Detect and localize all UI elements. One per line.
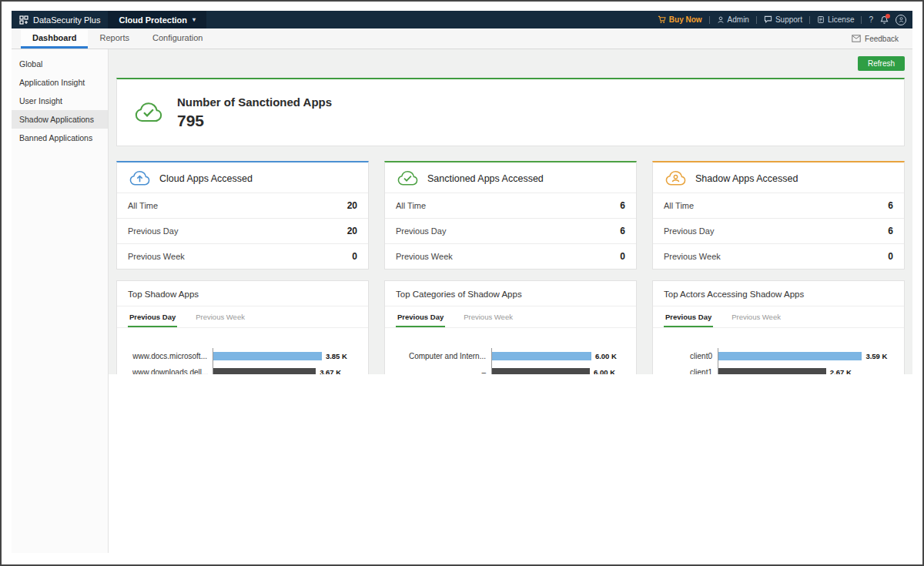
- module-name: Cloud Protection: [119, 15, 187, 25]
- bar-chart: Shadow Apps www.docs.microsoft... 3.85 K: [117, 328, 368, 374]
- stat-row-previous-week: Previous Week 0: [385, 243, 636, 269]
- stat-card-title: Shadow Apps Accessed: [695, 173, 798, 184]
- stat-value: 6: [620, 200, 625, 211]
- bar-track: 2.67 K: [718, 364, 898, 374]
- separator: [756, 16, 757, 24]
- y-axis-label: Category: [390, 337, 400, 374]
- bar-chart: Actors client0 3.59 K: [653, 328, 904, 374]
- separator: [861, 16, 862, 24]
- sidebar-item-application-insight[interactable]: Application Insight: [12, 73, 108, 92]
- chat-icon: [764, 15, 772, 24]
- bar-value-label: 2.67 K: [830, 368, 852, 374]
- bar[interactable]: [213, 352, 322, 360]
- bar[interactable]: [718, 368, 826, 374]
- chart-tab-previous-day[interactable]: Previous Day: [664, 306, 713, 327]
- notifications-icon[interactable]: [880, 15, 889, 25]
- chart-title: Top Categories of Shadow Apps: [385, 281, 636, 306]
- tab-reports[interactable]: Reports: [88, 28, 141, 49]
- sidebar-item-shadow-applications[interactable]: Shadow Applications: [12, 110, 108, 129]
- bar-category-label: client0: [668, 352, 718, 360]
- y-axis-label: Actors: [658, 337, 668, 374]
- stat-card-header: Sanctioned Apps Accessed: [385, 162, 636, 193]
- bar-value-label: 3.59 K: [865, 352, 887, 360]
- cloud-upload-icon: [128, 169, 152, 187]
- y-axis-label: Shadow Apps: [122, 337, 132, 374]
- stat-cards-row: Cloud Apps Accessed All Time 20 Previous…: [116, 161, 905, 270]
- stat-value: 0: [888, 251, 893, 262]
- sanctioned-apps-summary-card: Number of Sanctioned Apps 795: [116, 78, 905, 146]
- stat-row-previous-day: Previous Day 6: [653, 218, 904, 243]
- chart-tab-bar: Previous Day Previous Week: [385, 306, 636, 328]
- bar[interactable]: [492, 368, 590, 374]
- bar[interactable]: [213, 368, 316, 374]
- cloud-apps-accessed-card: Cloud Apps Accessed All Time 20 Previous…: [116, 161, 369, 270]
- stat-value: 0: [352, 251, 357, 262]
- person-icon: [717, 15, 725, 24]
- shadow-apps-accessed-card: Shadow Apps Accessed All Time 6 Previous…: [652, 161, 905, 270]
- brand: DataSecurity Plus: [12, 11, 108, 28]
- user-avatar[interactable]: [896, 15, 906, 25]
- stat-row-previous-week: Previous Week 0: [653, 243, 904, 269]
- page-body: Global Application Insight User Insight …: [12, 49, 912, 553]
- feedback-button[interactable]: Feedback: [838, 28, 912, 49]
- bar-row: www.docs.microsoft... 3.85 K: [132, 348, 362, 364]
- chart-tab-previous-week[interactable]: Previous Week: [462, 306, 514, 327]
- top-navigation-bar: DataSecurity Plus Cloud Protection ▾ Buy…: [12, 11, 912, 28]
- bar-track: 3.59 K: [718, 348, 898, 364]
- bar-row: client1 2.67 K: [668, 364, 898, 374]
- separator: [809, 16, 810, 24]
- stat-row-previous-day: Previous Day 20: [117, 218, 368, 243]
- bar[interactable]: [492, 352, 591, 360]
- bar-category-label: www.docs.microsoft...: [132, 352, 213, 360]
- chevron-down-icon: ▾: [192, 16, 196, 23]
- bar-row: Computer and Intern... 6.00 K: [400, 348, 630, 364]
- summary-title: Number of Sanctioned Apps: [177, 95, 332, 109]
- bar-track: 3.67 K: [213, 364, 362, 374]
- buy-now-link[interactable]: Buy Now: [658, 15, 702, 24]
- bar-row: www.downloads.dell... 3.67 K: [132, 364, 362, 374]
- sidebar-item-global[interactable]: Global: [12, 55, 108, 73]
- support-link[interactable]: Support: [764, 15, 802, 24]
- stat-row-previous-week: Previous Week 0: [117, 243, 368, 269]
- sanctioned-apps-accessed-card: Sanctioned Apps Accessed All Time 6 Prev…: [384, 161, 637, 270]
- chart-tab-previous-day[interactable]: Previous Day: [396, 306, 445, 327]
- module-selector[interactable]: Cloud Protection ▾: [108, 11, 206, 28]
- top-shadow-apps-chart-card: Top Shadow Apps Previous Day Previous We…: [116, 280, 369, 374]
- stat-value: 6: [888, 200, 893, 211]
- chart-tab-previous-week[interactable]: Previous Week: [194, 306, 246, 327]
- license-icon: [817, 15, 825, 24]
- sidebar-item-banned-applications[interactable]: Banned Applications: [12, 129, 108, 147]
- bar-category-label: –: [400, 368, 491, 374]
- app-window: DataSecurity Plus Cloud Protection ▾ Buy…: [0, 0, 924, 566]
- stat-row-all-time: All Time 6: [385, 193, 636, 218]
- bar-value-label: 6.00 K: [595, 352, 617, 360]
- admin-link[interactable]: Admin: [717, 15, 749, 24]
- bar-category-label: www.downloads.dell...: [132, 368, 213, 374]
- cloud-user-icon: [664, 169, 688, 187]
- notification-badge: [886, 14, 890, 18]
- stat-row-all-time: All Time 20: [117, 193, 368, 218]
- top-categories-chart-card: Top Categories of Shadow Apps Previous D…: [384, 280, 637, 374]
- bar-row: client0 3.59 K: [668, 348, 898, 364]
- bar[interactable]: [718, 352, 862, 360]
- separator: [709, 16, 710, 24]
- bars-plot: Computer and Intern... 6.00 K –: [400, 337, 630, 374]
- chart-tab-bar: Previous Day Previous Week: [117, 306, 368, 328]
- tab-configuration[interactable]: Configuration: [141, 28, 214, 49]
- bar-category-label: Computer and Intern...: [400, 352, 491, 360]
- chart-tab-previous-day[interactable]: Previous Day: [128, 306, 177, 327]
- feedback-icon: [852, 35, 861, 42]
- bars-plot: www.docs.microsoft... 3.85 K www.downloa…: [132, 337, 362, 374]
- cloud-check-icon: [132, 101, 165, 124]
- help-link[interactable]: ?: [869, 15, 873, 24]
- bar-row: – 6.00 K: [400, 364, 630, 374]
- tab-dashboard[interactable]: Dashboard: [21, 28, 88, 49]
- chart-title: Top Shadow Apps: [117, 281, 368, 306]
- chart-tab-previous-week[interactable]: Previous Week: [730, 306, 782, 327]
- refresh-button[interactable]: Refresh: [858, 56, 905, 71]
- license-link[interactable]: License: [817, 15, 854, 24]
- bar-track: 6.00 K: [491, 364, 630, 374]
- sidebar-item-user-insight[interactable]: User Insight: [12, 92, 108, 110]
- dashboard-content: Refresh Number of Sanctioned Apps 795: [109, 49, 912, 374]
- cloud-check-icon: [396, 169, 420, 187]
